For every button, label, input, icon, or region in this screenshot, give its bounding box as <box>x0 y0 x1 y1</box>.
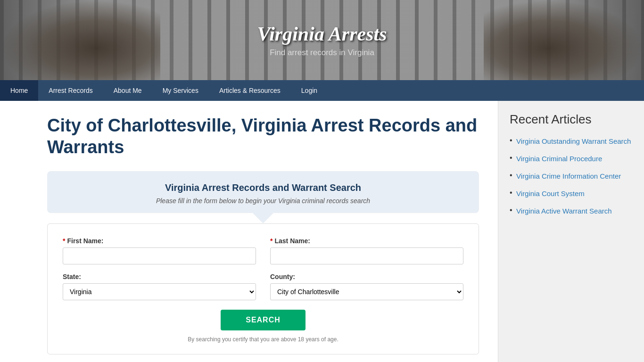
page-title: City of Charlottesville, Virginia Arrest… <box>47 115 479 158</box>
main-content: City of Charlottesville, Virginia Arrest… <box>0 101 498 362</box>
sidebar-link-item-2: Virginia Crime Information Center <box>510 171 633 181</box>
first-name-input[interactable] <box>63 247 256 264</box>
nav-my-services[interactable]: My Services <box>152 80 209 101</box>
county-label: County: <box>270 273 463 280</box>
sidebar-link-2[interactable]: Virginia Crime Information Center <box>516 172 621 180</box>
last-name-label: *Last Name: <box>270 237 463 245</box>
state-group: State: Virginia <box>63 273 256 300</box>
search-form: *First Name: *Last Name: State: Virginia <box>47 223 479 354</box>
search-box-arrow <box>253 213 273 223</box>
search-button[interactable]: SEARCH <box>221 310 305 330</box>
sidebar-link-4[interactable]: Virginia Active Warrant Search <box>516 207 612 215</box>
first-name-group: *First Name: <box>63 237 256 264</box>
site-header: Virginia Arrests Find arrest records in … <box>0 0 644 80</box>
sidebar-title: Recent Articles <box>510 112 633 127</box>
header-right-decoration <box>484 0 644 80</box>
search-box-subtitle: Please fill in the form below to begin y… <box>60 197 466 205</box>
nav-home[interactable]: Home <box>0 80 38 101</box>
sidebar-link-item-4: Virginia Active Warrant Search <box>510 206 633 216</box>
nav-arrest-records[interactable]: Arrest Records <box>38 80 103 101</box>
nav-about-me[interactable]: About Me <box>103 80 152 101</box>
last-name-group: *Last Name: <box>270 237 463 264</box>
main-nav: Home Arrest Records About Me My Services… <box>0 80 644 101</box>
header-left-decoration <box>0 0 160 80</box>
nav-login[interactable]: Login <box>291 80 328 101</box>
sidebar-link-item-1: Virginia Criminal Procedure <box>510 154 633 164</box>
last-name-input[interactable] <box>270 247 463 264</box>
state-select[interactable]: Virginia <box>63 283 256 300</box>
first-name-required: * <box>63 237 65 245</box>
main-layout: City of Charlottesville, Virginia Arrest… <box>0 101 644 362</box>
county-group: County: City of Charlottesville <box>270 273 463 300</box>
location-row: State: Virginia County: City of Charlott… <box>63 273 463 300</box>
sidebar-link-0[interactable]: Virginia Outstanding Warrant Search <box>516 137 631 145</box>
sidebar-links-list: Virginia Outstanding Warrant Search Virg… <box>510 136 633 216</box>
state-label: State: <box>63 273 256 280</box>
nav-articles-resources[interactable]: Articles & Resources <box>209 80 291 101</box>
sidebar: Recent Articles Virginia Outstanding War… <box>498 101 644 362</box>
last-name-required: * <box>270 237 272 245</box>
sidebar-link-1[interactable]: Virginia Criminal Procedure <box>516 155 602 163</box>
site-subtitle: Find arrest records in Virginia <box>270 48 374 58</box>
sidebar-link-3[interactable]: Virginia Court System <box>516 189 585 197</box>
county-select[interactable]: City of Charlottesville <box>270 283 463 300</box>
search-box-title: Virginia Arrest Records and Warrant Sear… <box>60 182 466 193</box>
search-box-header: Virginia Arrest Records and Warrant Sear… <box>47 171 479 213</box>
site-title: Virginia Arrests <box>257 23 387 45</box>
sidebar-link-item-0: Virginia Outstanding Warrant Search <box>510 136 633 146</box>
form-disclaimer: By searching you certify that you are ab… <box>63 336 463 343</box>
name-row: *First Name: *Last Name: <box>63 237 463 264</box>
first-name-label: *First Name: <box>63 237 256 245</box>
sidebar-link-item-3: Virginia Court System <box>510 189 633 198</box>
